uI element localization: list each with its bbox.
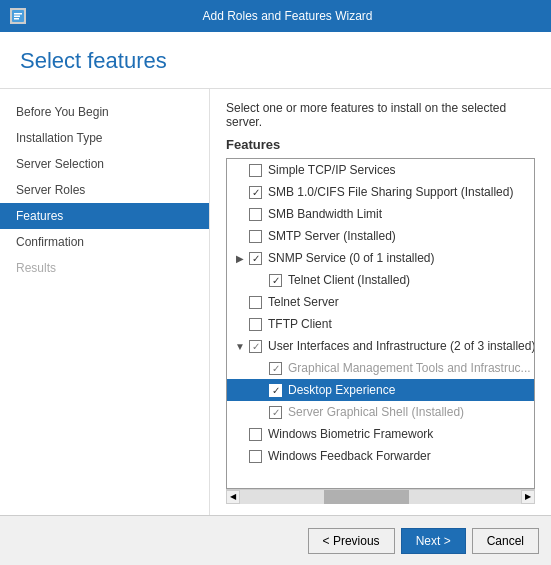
checkbox-biometric[interactable] [249, 428, 262, 441]
scroll-thumb[interactable] [324, 490, 408, 504]
footer: < Previous Next > Cancel [0, 515, 551, 565]
svg-rect-2 [14, 16, 20, 18]
feature-label: Graphical Management Tools and Infrastru… [288, 361, 531, 375]
feature-label: Windows Feedback Forwarder [268, 449, 431, 463]
expand-icon[interactable]: ▶ [233, 251, 247, 265]
sidebar-item-results: Results [0, 255, 209, 281]
list-item[interactable]: SMTP Server (Installed) [227, 225, 534, 247]
previous-button[interactable]: < Previous [308, 528, 395, 554]
scroll-right-arrow[interactable]: ▶ [521, 490, 535, 504]
checkbox-desktop-experience[interactable] [269, 384, 282, 397]
sidebar-item-installation-type[interactable]: Installation Type [0, 125, 209, 151]
title-bar: Add Roles and Features Wizard [0, 0, 551, 32]
checkbox-smb-bandwidth[interactable] [249, 208, 262, 221]
features-list[interactable]: Simple TCP/IP Services SMB 1.0/CIFS File… [227, 159, 534, 488]
sidebar-item-server-roles[interactable]: Server Roles [0, 177, 209, 203]
checkbox-feedback[interactable] [249, 450, 262, 463]
feature-label: Server Graphical Shell (Installed) [288, 405, 464, 419]
feature-label: SNMP Service (0 of 1 installed) [268, 251, 435, 265]
feature-label: Simple TCP/IP Services [268, 163, 396, 177]
list-item[interactable]: Server Graphical Shell (Installed) [227, 401, 534, 423]
checkbox-smb10[interactable] [249, 186, 262, 199]
checkbox-user-interfaces[interactable] [249, 340, 262, 353]
feature-label: SMB Bandwidth Limit [268, 207, 382, 221]
feature-label: User Interfaces and Infrastructure (2 of… [268, 339, 534, 353]
scroll-track[interactable] [240, 490, 521, 504]
list-item[interactable]: ▶ SNMP Service (0 of 1 installed) [227, 247, 534, 269]
checkbox-smtp[interactable] [249, 230, 262, 243]
list-item[interactable]: TFTP Client [227, 313, 534, 335]
cancel-button[interactable]: Cancel [472, 528, 539, 554]
list-item[interactable]: Telnet Client (Installed) [227, 269, 534, 291]
feature-label: SMB 1.0/CIFS File Sharing Support (Insta… [268, 185, 513, 199]
list-item[interactable]: SMB Bandwidth Limit [227, 203, 534, 225]
svg-rect-1 [14, 13, 22, 15]
features-list-container: Simple TCP/IP Services SMB 1.0/CIFS File… [226, 158, 535, 489]
list-item[interactable]: Graphical Management Tools and Infrastru… [227, 357, 534, 379]
sidebar-item-server-selection[interactable]: Server Selection [0, 151, 209, 177]
svg-rect-3 [14, 18, 19, 20]
list-item[interactable]: Telnet Server [227, 291, 534, 313]
checkbox-snmp[interactable] [249, 252, 262, 265]
list-item[interactable]: Windows Feedback Forwarder [227, 445, 534, 467]
horizontal-scrollbar[interactable]: ◀ ▶ [226, 489, 535, 503]
checkbox-server-graphical[interactable] [269, 406, 282, 419]
collapse-icon[interactable]: ▼ [233, 339, 247, 353]
list-item[interactable]: ▼ User Interfaces and Infrastructure (2 … [227, 335, 534, 357]
title-bar-text: Add Roles and Features Wizard [34, 9, 541, 23]
feature-label: Telnet Server [268, 295, 339, 309]
feature-label: Desktop Experience [288, 383, 395, 397]
main-content: Select one or more features to install o… [210, 89, 551, 515]
feature-label: Telnet Client (Installed) [288, 273, 410, 287]
features-label: Features [226, 137, 535, 152]
list-item[interactable]: Simple TCP/IP Services [227, 159, 534, 181]
sidebar: Before You Begin Installation Type Serve… [0, 89, 210, 515]
feature-label: Windows Biometric Framework [268, 427, 433, 441]
next-button[interactable]: Next > [401, 528, 466, 554]
scroll-left-arrow[interactable]: ◀ [226, 490, 240, 504]
sidebar-item-features[interactable]: Features [0, 203, 209, 229]
checkbox-graphical-mgmt[interactable] [269, 362, 282, 375]
page-header: Select features [0, 32, 551, 89]
description-text: Select one or more features to install o… [226, 101, 535, 129]
page-title: Select features [20, 48, 531, 74]
checkbox-telnet-server[interactable] [249, 296, 262, 309]
feature-label: TFTP Client [268, 317, 332, 331]
checkbox-tftp[interactable] [249, 318, 262, 331]
list-item[interactable]: Windows Biometric Framework [227, 423, 534, 445]
content-area: Before You Begin Installation Type Serve… [0, 89, 551, 515]
list-item[interactable]: Desktop Experience [227, 379, 534, 401]
feature-label: SMTP Server (Installed) [268, 229, 396, 243]
sidebar-item-confirmation[interactable]: Confirmation [0, 229, 209, 255]
list-item[interactable]: SMB 1.0/CIFS File Sharing Support (Insta… [227, 181, 534, 203]
checkbox-simple-tcp[interactable] [249, 164, 262, 177]
app-icon [10, 8, 26, 24]
checkbox-telnet-client[interactable] [269, 274, 282, 287]
main-container: Select features Before You Begin Install… [0, 32, 551, 565]
sidebar-item-before-you-begin[interactable]: Before You Begin [0, 99, 209, 125]
